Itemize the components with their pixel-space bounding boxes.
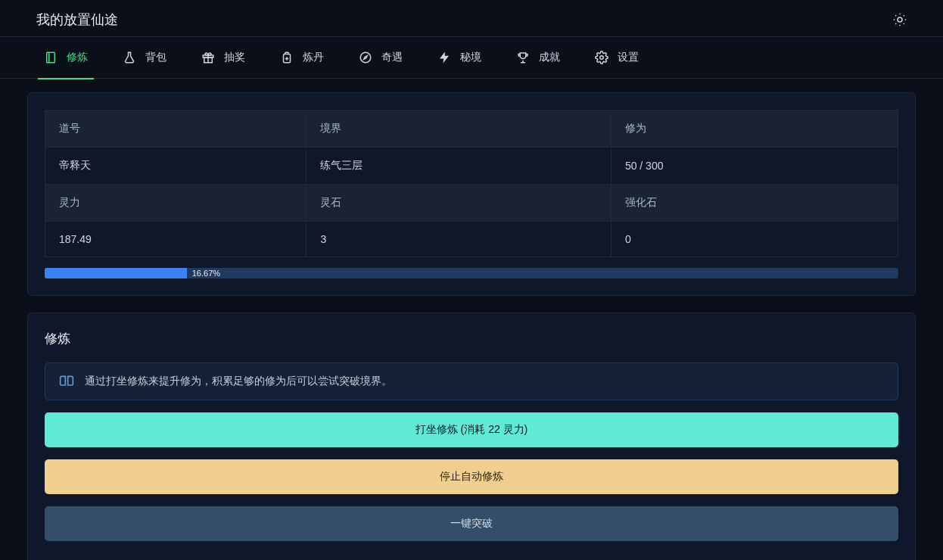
progress-text: 16.67% [192,269,220,278]
svg-marker-18 [364,56,368,60]
tab-alchemy[interactable]: 炼丹 [280,48,324,67]
tab-label: 炼丹 [303,51,324,64]
stat-header: 灵力 [45,185,307,222]
svg-line-8 [904,15,904,16]
tab-backpack[interactable]: 背包 [123,48,167,67]
section-title: 修炼 [45,330,898,347]
progress-bar: 16.67% [45,268,898,278]
medicine-icon [280,51,294,64]
gift-icon [201,51,215,64]
svg-line-3 [895,15,896,16]
stat-header: 道号 [45,110,307,148]
tab-cultivate[interactable]: 修炼 [44,48,88,67]
svg-point-20 [600,56,604,60]
stat-value: 0 [611,222,898,257]
tab-label: 成就 [539,51,560,64]
tab-draw[interactable]: 抽奖 [201,48,245,67]
svg-point-17 [360,52,371,63]
stat-header: 强化石 [611,185,898,222]
breakthrough-button[interactable]: 一键突破 [45,506,898,541]
bolt-icon [437,51,451,64]
stat-value: 练气三层 [307,148,611,185]
svg-marker-19 [440,52,449,64]
tab-bar: 修炼 背包 抽奖 炼丹 奇遇 秘境 成就 [0,37,943,79]
trophy-icon [516,51,530,64]
stat-header: 境界 [307,110,611,148]
svg-line-7 [895,23,896,24]
tab-encounter[interactable]: 奇遇 [359,48,403,67]
stat-value: 50 / 300 [611,148,898,185]
tab-achievement[interactable]: 成就 [516,48,560,67]
book-icon [59,374,74,389]
stats-card: 道号 境界 修为 帝释天 练气三层 50 / 300 灵力 灵石 强化石 187… [27,92,916,296]
cultivate-card: 修炼 通过打坐修炼来提升修为，积累足够的修为后可以尝试突破境界。 打坐修炼 (消… [27,313,916,560]
compass-icon [359,51,372,64]
tab-label: 奇遇 [381,51,403,64]
tab-realm[interactable]: 秘境 [437,48,481,67]
tab-label: 背包 [145,51,167,64]
stat-value: 3 [307,222,611,257]
flask-icon [123,51,136,64]
stat-value: 帝释天 [45,148,307,185]
stat-header: 修为 [611,110,898,148]
tab-label: 秘境 [460,51,481,64]
scroll-icon [44,51,58,64]
svg-point-0 [898,17,902,22]
app-title: 我的放置仙途 [36,11,118,29]
meditate-button[interactable]: 打坐修炼 (消耗 22 灵力) [45,412,898,447]
stat-header: 灵石 [307,185,611,222]
tab-label: 设置 [618,51,639,64]
stop-auto-button[interactable]: 停止自动修炼 [45,459,898,494]
stats-table: 道号 境界 修为 帝释天 练气三层 50 / 300 灵力 灵石 强化石 187… [45,110,898,257]
tab-label: 抽奖 [224,51,245,64]
tab-label: 修炼 [67,51,88,64]
sun-icon [893,13,907,26]
svg-line-4 [904,23,904,24]
tip-text: 通过打坐修炼来提升修为，积累足够的修为后可以尝试突破境界。 [85,375,392,388]
gear-icon [595,51,608,64]
tip-box: 通过打坐修炼来提升修为，积累足够的修为后可以尝试突破境界。 [45,362,898,400]
svg-rect-9 [47,52,55,63]
stat-value: 187.49 [45,222,307,257]
tab-settings[interactable]: 设置 [595,48,639,67]
theme-toggle-button[interactable] [893,13,907,26]
